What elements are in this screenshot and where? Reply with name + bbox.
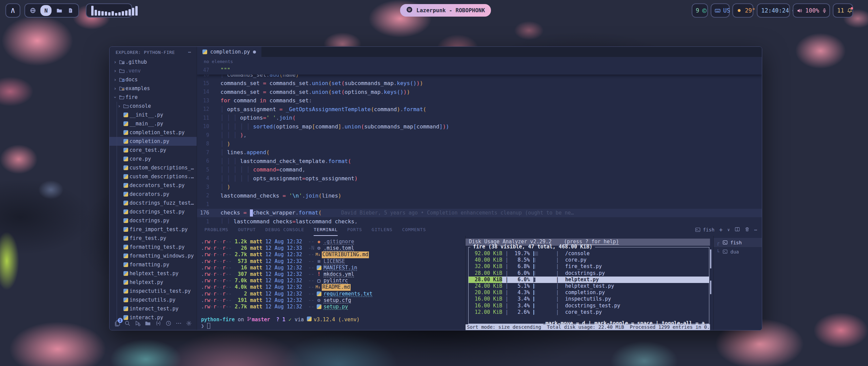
tree-item-label: __main__.py [130, 121, 163, 127]
file-owner: matt [247, 291, 262, 297]
modified-dot-icon[interactable] [253, 50, 256, 54]
workspace-active[interactable]: N [40, 5, 52, 16]
folder-icon[interactable] [144, 320, 152, 327]
python-file-icon [123, 192, 128, 197]
file-size: 26 [232, 245, 247, 251]
terminal-tab-dua[interactable]: └dua [714, 247, 762, 256]
dua-row-console[interactable]: 92.00 KiB|19.7%| /console [469, 250, 709, 257]
tree-item-core_test.py[interactable]: core_test.py [110, 146, 197, 155]
dua-row-core_test.py[interactable]: 12.00 KiB|2.6%| core_test.py [469, 309, 709, 316]
dua-scrollbar[interactable] [710, 249, 711, 306]
tree-item-custom_descriptions.py[interactable]: custom_descriptions.py [110, 172, 197, 181]
dua-row-helptext_test.py[interactable]: 24.00 KiB|5.1%| helptext_test.py [469, 283, 709, 289]
tree-item-console[interactable]: ›console [110, 102, 197, 110]
file-permissions: .rw-r--r-- [201, 291, 232, 297]
code-line-5: 5 │ │ │ │ │ command=command, [197, 165, 762, 174]
dua-row-docstrings_test.py[interactable]: 16.00 KiB|3.4%| docstrings_test.py [469, 303, 709, 309]
tree-item-interact_test.py[interactable]: interact_test.py [110, 304, 197, 313]
panel-tab-gitlens[interactable]: GITLENS [372, 224, 393, 236]
brackets-icon[interactable] [155, 320, 162, 327]
tree-item-formatting_test.py[interactable]: formatting_test.py [110, 243, 197, 251]
settings-icon[interactable] [185, 320, 193, 327]
tree-item-docstrings.py[interactable]: docstrings.py [110, 216, 197, 225]
explorer-more-icon[interactable]: ⋯ [188, 49, 191, 55]
keyboard-layout-widget[interactable]: US [711, 3, 730, 18]
dua-row-inspectutils.py[interactable]: 16.00 KiB|3.4%| inspectutils.py [469, 296, 709, 302]
notifications-widget[interactable]: 11 [833, 3, 853, 18]
breadcrumb[interactable]: no elements [197, 57, 762, 66]
terminal-dropdown-button[interactable]: ∨ [727, 227, 730, 232]
tree-item-__main__.py[interactable]: __main__.py [110, 119, 197, 128]
line-number: 1 [197, 201, 214, 207]
panel-tab-ports[interactable]: PORTS [347, 224, 362, 236]
launcher-button[interactable]: Λ [5, 3, 20, 18]
tree-item-fire_import_test.py[interactable]: fire_import_test.py [110, 225, 197, 234]
dua-row-helptext.py[interactable]: 28.00 KiB|6.0%| helptext.py [469, 277, 709, 283]
code-line-12: 12 │ opts_assignment = _GetOptsAssignmen… [197, 105, 762, 114]
panel-tab-output[interactable]: OUTPUT [238, 224, 256, 236]
tree-item-fire[interactable]: ›fire [110, 93, 197, 102]
tree-item-docstrings_test.py[interactable]: docstrings_test.py [110, 207, 197, 216]
python-file-icon [123, 227, 128, 232]
folder-github-icon [118, 59, 125, 65]
terminal-tab-fish[interactable]: ┌fish [714, 238, 762, 247]
system-graph-widget[interactable] [86, 3, 132, 18]
tree-item-formatting.py[interactable]: formatting.py [110, 260, 197, 269]
files-icon[interactable]: 1 [114, 320, 121, 327]
panel-tab-terminal[interactable]: TERMINAL [314, 224, 338, 236]
panel-more-button[interactable]: ⋯ [754, 227, 757, 232]
tree-item-docs[interactable]: ›docs [110, 75, 197, 84]
search-icon[interactable] [124, 320, 131, 327]
file-icon [122, 236, 130, 241]
workspace-browser-icon[interactable] [29, 7, 36, 14]
tree-item-helptext_test.py[interactable]: helptext_test.py [110, 269, 197, 278]
kill-terminal-button[interactable] [745, 227, 750, 233]
tree-item-docstrings_fuzz_test.py[interactable]: docstrings_fuzz_test.py [110, 199, 197, 207]
tree-item-core.py[interactable]: core.py [110, 155, 197, 163]
dua-row-fire_test.py[interactable]: 32.00 KiB|6.8%| fire_test.py [469, 263, 709, 270]
tree-item-completion_test.py[interactable]: completion_test.py [110, 128, 197, 137]
tree-item-examples[interactable]: ›examples [110, 84, 197, 93]
tree-item-__init__.py[interactable]: __init__.py [110, 110, 197, 119]
panel-tab-comments[interactable]: COMMENTS [402, 224, 426, 236]
new-terminal-button[interactable]: + [719, 226, 723, 233]
updates-widget[interactable]: 9 [692, 3, 708, 18]
shell-label: fish [703, 227, 714, 232]
file-permissions: .rw-r--r-- [201, 245, 232, 251]
run-debug-icon[interactable] [134, 320, 141, 327]
more-icon[interactable] [175, 320, 182, 327]
python-file-icon [123, 121, 128, 126]
tree-item-inspectutils_test.py[interactable]: inspectutils_test.py [110, 287, 197, 296]
workspace-notes-icon[interactable] [67, 7, 74, 14]
file-owner: matt [247, 297, 262, 304]
fish-row-LICENSE: .rw-r--r--573matt12 Aug 12:32--≡LICENSE [201, 258, 465, 265]
weather-widget[interactable]: 29° [732, 3, 753, 18]
badge-count: 1 [118, 318, 123, 323]
panel-tab-problems[interactable]: PROBLEMS [204, 224, 229, 236]
tree-item-decorators.py[interactable]: decorators.py [110, 190, 197, 199]
clock-widget[interactable]: 12:40:24 [757, 3, 790, 18]
file-icon [122, 289, 130, 293]
tree-item-formatting_windows.py[interactable]: formatting_windows.py [110, 251, 197, 260]
tree-item-inspectutils.py[interactable]: inspectutils.py [110, 296, 197, 304]
tree-item-completion.py[interactable]: completion.py [110, 137, 197, 146]
tree-item-fire_test.py[interactable]: fire_test.py [110, 234, 197, 243]
tree-item-label: helptext_test.py [130, 270, 179, 277]
audio-widget[interactable]: 100% [793, 3, 830, 18]
history-icon[interactable] [165, 320, 172, 327]
panel-tab-debug-console[interactable]: DEBUG CONSOLE [265, 224, 304, 236]
music-player-widget[interactable]: Lazerpunk - ROBOPHONK [400, 4, 491, 17]
dua-row-completion.py[interactable]: 20.00 KiB|4.3%| completion.py [469, 289, 709, 296]
tree-item-.venv[interactable]: ›.venv [110, 66, 197, 75]
file-git-flags: -- [302, 278, 314, 284]
tree-item-decorators_test.py[interactable]: decorators_test.py [110, 181, 197, 190]
dua-row-core.py[interactable]: 40.00 KiB|8.5%| core.py [469, 257, 709, 263]
tree-item-.github[interactable]: ›.github [110, 58, 197, 66]
terminal-shell-indicator[interactable]: fish [695, 227, 714, 232]
tab-completion-py[interactable]: completion.py [197, 47, 261, 57]
tree-item-helptext.py[interactable]: helptext.py [110, 278, 197, 287]
tree-item-custom_descriptions_test.py[interactable]: custom_descriptions_test.py [110, 163, 197, 172]
workspace-files-icon[interactable] [56, 7, 63, 14]
split-terminal-button[interactable] [735, 227, 740, 233]
dua-row-docstrings.py[interactable]: 28.00 KiB|6.0%| docstrings.py [469, 270, 709, 277]
